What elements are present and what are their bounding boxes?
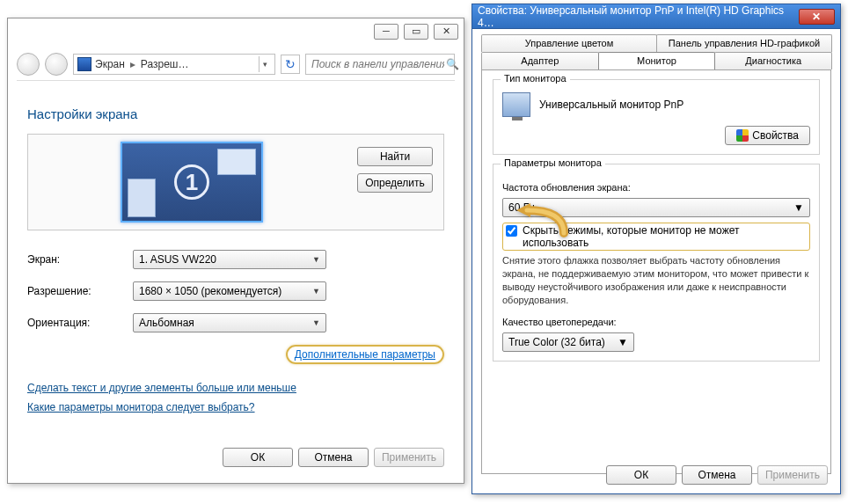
orientation-dropdown[interactable]: Альбомная ▼ xyxy=(133,313,326,332)
close-button[interactable]: ✕ xyxy=(434,24,458,40)
chevron-down-icon: ▼ xyxy=(793,201,804,214)
monitor-number: 1 xyxy=(174,164,209,200)
content-area: Настройки экрана 1 Найти Определить Экра… xyxy=(27,106,444,467)
ok-button[interactable]: ОК xyxy=(606,465,676,485)
chevron-down-icon: ▼ xyxy=(312,255,320,264)
breadcrumb[interactable]: Экран ▸ Разреш… ▾ xyxy=(73,54,275,75)
which-params-link[interactable]: Какие параметры монитора следует выбрать… xyxy=(27,401,255,413)
text-size-link[interactable]: Сделать текст и другие элементы больше и… xyxy=(27,382,296,394)
search-input[interactable] xyxy=(310,57,446,71)
monitor-preview[interactable]: 1 xyxy=(121,142,263,223)
page-title: Настройки экрана xyxy=(27,106,444,121)
tab-diagnostics[interactable]: Диагностика xyxy=(714,52,832,69)
minimize-button[interactable]: ─ xyxy=(374,24,398,40)
monitor-icon xyxy=(502,92,530,117)
hide-modes-explain: Снятие этого флажка позволяет выбрать ча… xyxy=(502,254,810,306)
tab-intel-hd-panel[interactable]: Панель управления HD-графикой Intel(R) xyxy=(656,34,832,52)
cancel-button[interactable]: Отмена xyxy=(298,448,369,467)
monitor-tab-panel: Тип монитора Универсальный монитор PnP С… xyxy=(481,69,831,474)
tab-adapter[interactable]: Адаптер xyxy=(481,52,599,69)
address-bar: Экран ▸ Разреш… ▾ ↻ 🔍 xyxy=(17,52,455,77)
tab-color-management[interactable]: Управление цветом xyxy=(481,34,657,52)
display-icon xyxy=(77,57,91,71)
properties-button[interactable]: Свойства xyxy=(725,126,810,145)
search-icon[interactable]: 🔍 xyxy=(446,58,458,70)
divider xyxy=(17,80,455,81)
resolution-dropdown[interactable]: 1680 × 1050 (рекомендуется) ▼ xyxy=(133,281,326,301)
monitor-params-group: Параметры монитора Частота обновления эк… xyxy=(493,164,820,362)
display-label: Экран: xyxy=(27,253,133,266)
ok-button[interactable]: ОК xyxy=(223,448,293,467)
chevron-down-icon: ▼ xyxy=(618,336,628,348)
display-settings-window: ─ ▭ ✕ Экран ▸ Разреш… ▾ ↻ 🔍 Настройки эк… xyxy=(7,18,464,484)
hide-modes-checkbox[interactable] xyxy=(506,225,517,237)
display-value: 1. ASUS VW220 xyxy=(139,253,216,266)
monitor-type-legend: Тип монитора xyxy=(501,73,570,84)
nav-back-button[interactable] xyxy=(17,53,40,76)
monitor-type-group: Тип монитора Универсальный монитор PnP С… xyxy=(493,79,820,155)
monitor-preview-zone: 1 Найти Определить xyxy=(27,134,444,230)
chevron-right-icon: ▸ xyxy=(128,58,137,70)
dialog-buttons: ОК Отмена Применить xyxy=(223,448,444,467)
display-dropdown[interactable]: 1. ASUS VW220 ▼ xyxy=(133,250,326,269)
refresh-rate-dropdown[interactable]: 60 Гц ▼ xyxy=(502,198,810,217)
properties-label: Свойства xyxy=(752,129,799,142)
monitor-params-legend: Параметры монитора xyxy=(501,157,605,168)
color-quality-label: Качество цветопередачи: xyxy=(502,317,810,327)
detect-button[interactable]: Определить xyxy=(357,173,433,193)
tab-monitor[interactable]: Монитор xyxy=(598,52,716,69)
chevron-down-icon: ▼ xyxy=(312,318,320,327)
monitor-properties-window: Свойства: Универсальный монитор PnP и In… xyxy=(472,4,841,494)
apply-button[interactable]: Применить xyxy=(757,465,828,485)
monitor-name: Универсальный монитор PnP xyxy=(539,99,684,111)
apply-button[interactable]: Применить xyxy=(374,448,444,467)
breadcrumb-root[interactable]: Экран xyxy=(95,58,125,70)
chevron-down-icon: ▼ xyxy=(312,287,320,296)
dialog-buttons: ОК Отмена Применить xyxy=(606,465,828,485)
title-bar: Свойства: Универсальный монитор PnP и In… xyxy=(472,4,840,29)
resolution-label: Разрешение: xyxy=(27,285,133,297)
window-title: Свойства: Универсальный монитор PnP и In… xyxy=(478,4,799,29)
refresh-button[interactable]: ↻ xyxy=(281,55,300,74)
tab-row-1: Управление цветом Панель управления HD-г… xyxy=(472,29,840,69)
orientation-value: Альбомная xyxy=(139,317,194,329)
maximize-button[interactable]: ▭ xyxy=(404,24,428,40)
color-quality-dropdown[interactable]: True Color (32 бита) ▼ xyxy=(502,332,634,352)
breadcrumb-dropdown[interactable]: ▾ xyxy=(259,56,271,72)
advanced-settings-link[interactable]: Дополнительные параметры xyxy=(286,345,444,364)
breadcrumb-current[interactable]: Разреш… xyxy=(141,58,189,70)
refresh-rate-label: Частота обновления экрана: xyxy=(502,182,810,193)
close-button[interactable]: ✕ xyxy=(799,9,835,25)
resolution-value: 1680 × 1050 (рекомендуется) xyxy=(139,285,281,297)
orientation-label: Ориентация: xyxy=(27,317,133,329)
color-quality-value: True Color (32 бита) xyxy=(508,336,605,348)
hide-modes-label: Скрыть режимы, которые монитор не может … xyxy=(523,224,807,249)
search-box: 🔍 xyxy=(305,54,455,75)
shield-icon xyxy=(736,129,749,142)
hide-modes-row: Скрыть режимы, которые монитор не может … xyxy=(502,223,810,251)
refresh-rate-value: 60 Гц xyxy=(508,201,535,214)
preview-window-1 xyxy=(217,149,256,175)
preview-window-2 xyxy=(128,179,156,217)
cancel-button[interactable]: Отмена xyxy=(682,465,752,485)
nav-forward-button[interactable] xyxy=(45,53,68,76)
find-button[interactable]: Найти xyxy=(357,147,433,166)
window-controls: ─ ▭ ✕ xyxy=(374,24,458,40)
